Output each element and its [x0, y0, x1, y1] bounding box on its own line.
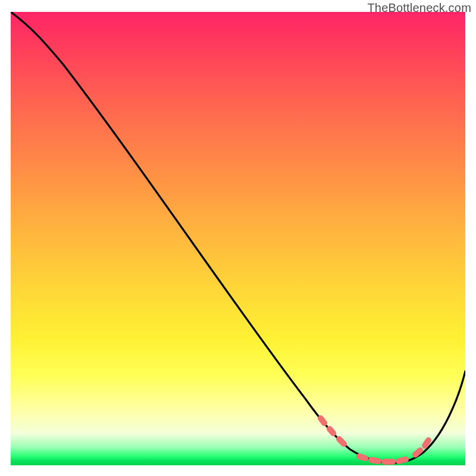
optimal-region-markers	[321, 418, 428, 462]
chart-canvas: TheBottleneck.com	[0, 0, 476, 476]
chart-svg	[11, 12, 465, 465]
watermark-text: TheBottleneck.com	[367, 1, 471, 15]
bottleneck-curve-path	[11, 12, 465, 463]
